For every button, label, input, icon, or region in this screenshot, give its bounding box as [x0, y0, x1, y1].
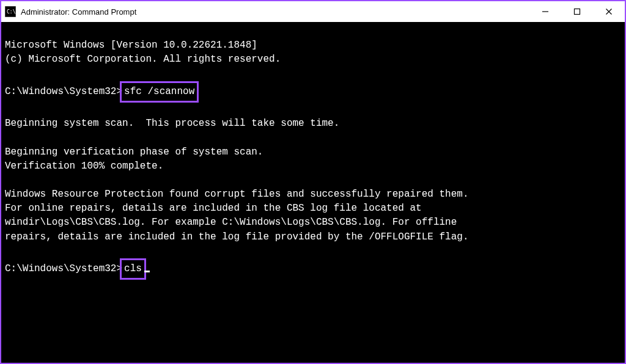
svg-rect-3 [575, 9, 580, 15]
text-cursor [144, 271, 150, 272]
command-text: sfc /scannow [124, 86, 194, 97]
maximize-button[interactable] [561, 1, 593, 22]
window-title: Administrator: Command Prompt [21, 7, 136, 16]
output-line: Verification 100% complete. [5, 159, 621, 173]
prompt-path: C:\Windows\System32> [5, 86, 122, 97]
titlebar-controls [529, 1, 625, 22]
prompt-line: C:\Windows\System32>cls [5, 258, 621, 280]
output-line: For online repairs, details are included… [5, 202, 621, 216]
output-line: Beginning verification phase of system s… [5, 145, 621, 159]
header-line: Microsoft Windows [Version 10.0.22621.18… [5, 38, 621, 53]
command-text: cls [124, 263, 142, 274]
highlighted-command: cls [120, 258, 146, 280]
output-line: windir\Logs\CBS\CBS.log. For example C:\… [5, 216, 621, 230]
titlebar[interactable]: C:\ Administrator: Command Prompt [1, 1, 625, 22]
cmd-icon: C:\ [5, 6, 16, 17]
minimize-button[interactable] [529, 1, 561, 22]
prompt-path: C:\Windows\System32> [5, 263, 122, 274]
command-prompt-window: C:\ Administrator: Command Prompt Micros… [0, 0, 626, 364]
prompt-line: C:\Windows\System32>sfc /scannow [5, 81, 621, 103]
svg-text:C:\: C:\ [7, 9, 16, 15]
output-line: Windows Resource Protection found corrup… [5, 187, 621, 202]
output-line: Beginning system scan. This process will… [5, 117, 621, 131]
highlighted-command: sfc /scannow [120, 81, 199, 103]
terminal-output[interactable]: Microsoft Windows [Version 10.0.22621.18… [1, 22, 625, 363]
header-line: (c) Microsoft Corporation. All rights re… [5, 53, 621, 67]
output-line: repairs, details are included in the log… [5, 230, 621, 244]
close-button[interactable] [593, 1, 625, 22]
